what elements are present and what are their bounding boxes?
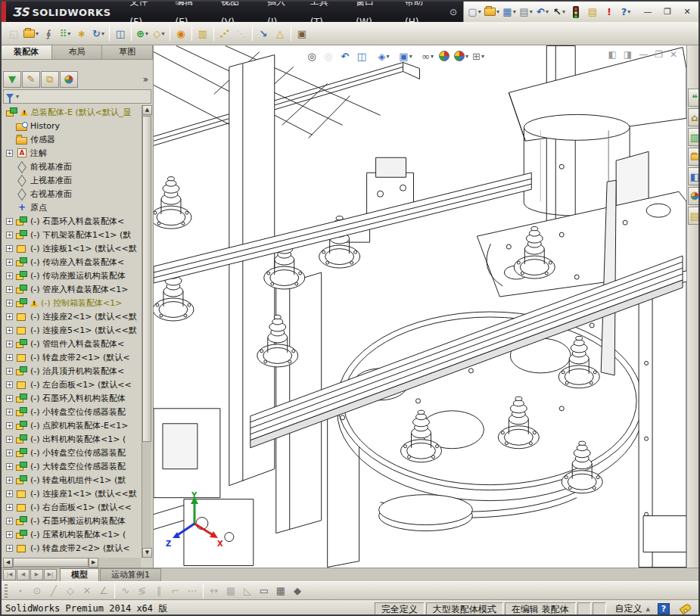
expand-icon[interactable]: + xyxy=(6,395,13,402)
vertical-scroll-thumb[interactable] xyxy=(142,116,151,442)
tree-item[interactable]: +(-) 出料机构装配体<1> ( xyxy=(3,432,151,446)
tree-item[interactable]: +注解 xyxy=(3,146,151,160)
custom-expand-icon[interactable]: ▲ xyxy=(646,606,650,612)
section-face-button[interactable]: ▭ xyxy=(256,583,272,599)
toolbar-grip[interactable] xyxy=(5,584,8,598)
print-button[interactable]: ▤▾ xyxy=(518,4,534,20)
plane-button[interactable]: ◆ xyxy=(289,583,306,599)
tree-item[interactable]: +(-) 治具顶升机构装配体< xyxy=(3,364,151,378)
tree-item[interactable]: +(-) 转盘电机组件<1> (默 xyxy=(3,473,151,487)
minimize-window-button[interactable]: — xyxy=(639,5,657,20)
open-file-button[interactable]: ▾ xyxy=(483,4,501,20)
first-view-button[interactable]: |◀ xyxy=(3,569,16,580)
expand-icon[interactable]: + xyxy=(6,354,13,361)
tree-item[interactable]: +(-) 传动座搬运机构装配体 xyxy=(3,269,151,282)
dropdown-arrow-icon[interactable]: ▾ xyxy=(386,53,389,60)
tab-sketch[interactable]: 草图 xyxy=(102,45,153,59)
tree-item[interactable]: +(-) 压紧机构装配体<1> ( xyxy=(3,527,151,541)
tree-item[interactable]: +(-) 小转盘空位传感器装配 xyxy=(3,405,151,418)
tab-assembly[interactable]: 装配体 xyxy=(2,45,52,59)
rotate-component-button[interactable]: ↻▾ xyxy=(90,25,107,42)
file-properties-button[interactable]: ▤ xyxy=(584,4,601,20)
dropdown-arrow-icon[interactable]: ▾ xyxy=(145,30,148,37)
last-view-button[interactable]: ▶| xyxy=(44,569,57,580)
dropdown-arrow-icon[interactable]: ▾ xyxy=(546,8,549,15)
error-flag-button[interactable]: ! xyxy=(601,4,618,20)
tree-item[interactable]: 右视基准面 xyxy=(3,187,151,201)
tree-item[interactable]: +(-) 石墨环入料盘装配体< xyxy=(3,214,151,228)
tree-item[interactable]: +(-) 转盘皮带2<2> (默认< xyxy=(3,541,151,555)
interference-detection-button[interactable]: △ xyxy=(272,25,288,42)
section-view-button[interactable]: ◫ xyxy=(353,47,370,65)
expand-icon[interactable]: + xyxy=(6,518,13,524)
expand-icon[interactable]: + xyxy=(6,327,13,334)
dropdown-arrow-icon[interactable]: ▾ xyxy=(562,8,565,15)
tree-vertical-scrollbar[interactable]: ▲ ▼ xyxy=(142,105,151,558)
expand-icon[interactable]: + xyxy=(6,259,13,266)
view-palette-button[interactable]: ◧ xyxy=(688,167,700,185)
exploded-view-button[interactable]: ⋰ xyxy=(216,25,233,42)
expand-icon[interactable]: + xyxy=(6,313,13,320)
view-settings-button[interactable]: ▾ xyxy=(453,47,470,65)
tree-item[interactable]: +(-) 石墨环入料机构装配体 xyxy=(3,391,151,405)
tree-item[interactable]: +(-) 管组件入料盘装配体< xyxy=(3,337,151,350)
propertymanager-button[interactable]: ✎ xyxy=(22,71,40,88)
apply-scene-button[interactable] xyxy=(436,47,453,65)
help-question-button[interactable]: ?▾ xyxy=(618,4,634,20)
graphics-viewport[interactable]: ◎◎↶◫◈▾▣▾∞▾▾⊞▾ ◧◨—❐✕ xyxy=(154,45,686,568)
horizontal-scroll-thumb[interactable] xyxy=(13,558,89,567)
dropdown-arrow-icon[interactable]: ▾ xyxy=(478,8,481,15)
undo-button[interactable]: ↶▾ xyxy=(534,4,551,20)
expand-icon[interactable]: + xyxy=(6,341,13,347)
tree-item[interactable]: +(-) 大转盘空位传感器装配 xyxy=(3,459,151,473)
dropdown-arrow-icon[interactable]: ▾ xyxy=(530,8,533,15)
dropdown-arrow-icon[interactable]: ▾ xyxy=(496,8,499,15)
expand-icon[interactable]: + xyxy=(6,463,13,470)
expand-icon[interactable]: + xyxy=(6,450,13,456)
dropdown-arrow-icon[interactable]: ▾ xyxy=(465,53,468,60)
scroll-up-icon[interactable]: ▲ xyxy=(142,105,152,115)
tree-item[interactable]: +(-) 下机架装配体1<1> (默 xyxy=(3,228,151,241)
tree-item[interactable]: +(-) 右台面板<1> (默认<< xyxy=(3,500,151,514)
tree-item[interactable]: +(-) 连接板1<1> (默认<<默 xyxy=(3,241,151,255)
dropdown-arrow-icon[interactable]: ▾ xyxy=(67,30,70,37)
dropdown-arrow-icon[interactable]: ▾ xyxy=(162,30,165,37)
tree-item[interactable]: +(-) 左台面板<1> (默认<< xyxy=(3,378,151,391)
mate-button[interactable]: ∮ xyxy=(40,25,57,42)
tree-item[interactable]: +(-) 控制箱装配体<1> xyxy=(3,296,151,310)
file-explorer-button[interactable] xyxy=(688,148,700,166)
dropdown-arrow-icon[interactable]: ▾ xyxy=(409,53,412,60)
restore-document-button[interactable]: ❐ xyxy=(655,49,663,60)
solidworks-resources-button[interactable]: ❝ xyxy=(688,89,700,107)
display-style-button[interactable]: ▣▾ xyxy=(397,47,414,65)
open-document-button[interactable]: ▾ xyxy=(22,25,40,42)
prev-view-button[interactable]: ◀ xyxy=(17,569,30,580)
tag-icon[interactable] xyxy=(680,603,692,614)
tree-item[interactable]: 原点 xyxy=(3,201,151,214)
tree-item[interactable]: 上视基准面 xyxy=(3,173,151,187)
expand-icon[interactable]: + xyxy=(6,381,13,388)
edit-appearance-button[interactable]: ⊞▾ xyxy=(470,47,487,65)
tree-item[interactable]: +(-) 传动座入料盘装配体< xyxy=(3,255,151,269)
save-button[interactable]: ▦▾ xyxy=(501,4,518,20)
scroll-left-icon[interactable]: ◀ xyxy=(3,558,13,568)
new-document-button[interactable]: ▢▾ xyxy=(466,4,483,20)
dropdown-arrow-icon[interactable]: ▾ xyxy=(513,8,516,15)
select-cursor-button[interactable]: ↖▾ xyxy=(551,4,568,20)
smart-fasteners-button[interactable]: ∗ xyxy=(73,25,90,42)
dropdown-arrow-icon[interactable]: ▾ xyxy=(481,53,484,60)
quick-tips-icon[interactable]: ? xyxy=(658,603,670,614)
custom-properties-button[interactable]: ▤ xyxy=(688,207,700,225)
tree-item[interactable]: +(-) 点胶机构装配体-E<1> xyxy=(3,418,151,432)
close-window-button[interactable]: ✕ xyxy=(678,5,696,20)
home-button[interactable]: ⌂ xyxy=(688,108,700,126)
tree-item[interactable]: History xyxy=(3,119,151,132)
linear-component-pattern-button[interactable]: ⠿▾ xyxy=(57,25,73,42)
filter-dropdown-icon[interactable]: ▾ xyxy=(16,93,19,100)
expand-icon[interactable]: + xyxy=(6,300,13,306)
expand-icon[interactable]: + xyxy=(6,531,13,538)
expand-panel-icon[interactable]: » xyxy=(143,74,151,85)
tree-horizontal-scrollbar[interactable]: ◀ ▶ xyxy=(3,558,141,568)
close-document-button[interactable]: ✕ xyxy=(670,49,677,60)
scroll-right-icon[interactable]: ▶ xyxy=(89,558,98,568)
